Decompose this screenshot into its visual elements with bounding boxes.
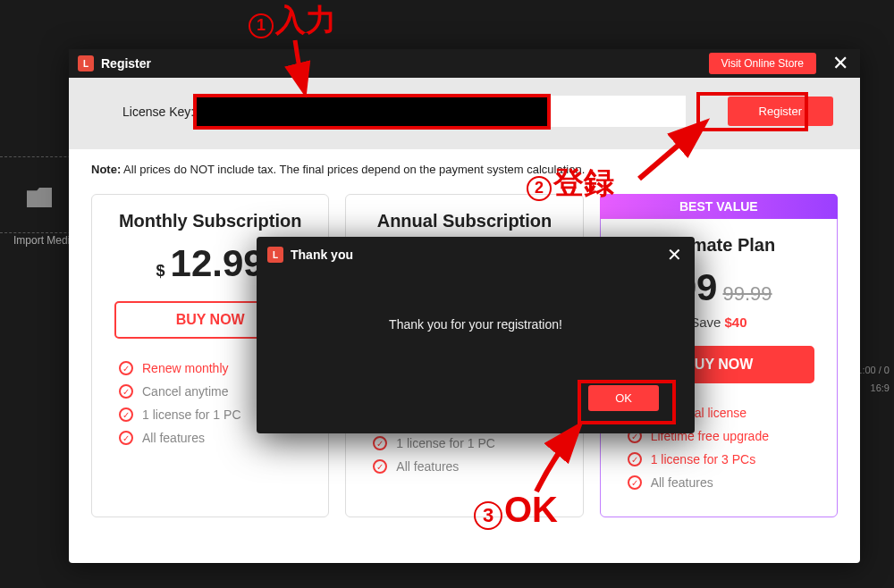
app-logo-icon: L [78,55,94,71]
timecode-label: 1:00 / 0 [856,365,890,375]
app-logo-icon: L [267,247,283,263]
tax-note: Note: All prices do NOT include tax. The… [91,163,838,176]
best-value-badge: BEST VALUE [600,194,838,219]
price-value: 12.99 [171,242,265,285]
check-icon: ✓ [373,436,387,450]
old-price: 99.99 [722,282,772,306]
dialog-titlebar: L Register Visit Online Store ✕ [69,49,860,78]
dialog-titlebar: L Thank you ✕ [257,237,695,273]
close-icon[interactable]: ✕ [830,54,851,73]
status-readouts: 1:00 / 0 16:9 [856,357,894,400]
thankyou-dialog: L Thank you ✕ Thank you for your registr… [257,237,695,433]
list-item: ✓All features [373,459,555,474]
thankyou-message: Thank you for your registration! [257,317,695,332]
check-icon: ✓ [628,452,642,466]
list-item: ✓All features [628,475,810,490]
check-icon: ✓ [119,407,133,422]
check-icon: ✓ [373,459,387,474]
ok-button[interactable]: OK [588,385,659,411]
check-icon: ✓ [628,475,642,490]
currency: $ [156,262,165,281]
visit-store-button[interactable]: Visit Online Store [709,53,817,74]
dialog-title: Register [101,56,709,71]
list-item: ✓1 license for 1 PC [373,436,555,450]
note-prefix: Note: [91,163,121,176]
aspect-label: 16:9 [856,382,890,393]
license-key-input[interactable] [203,96,686,127]
plan-title: Annual Subscription [368,211,560,231]
register-button[interactable]: Register [728,97,833,126]
folder-icon [27,188,52,207]
plan-title: Monthly Subscription [114,211,306,231]
license-input-wrap [203,96,686,127]
license-key-bar: License Key: Register [69,78,860,149]
close-icon[interactable]: ✕ [664,244,684,265]
check-icon: ✓ [119,361,133,375]
note-text: All prices do NOT include tax. The final… [121,163,585,176]
check-icon: ✓ [119,431,133,445]
dialog-title: Thank you [291,248,664,262]
license-key-label: License Key: [122,105,194,119]
list-item: ✓1 license for 3 PCs [628,452,810,466]
check-icon: ✓ [119,384,133,399]
